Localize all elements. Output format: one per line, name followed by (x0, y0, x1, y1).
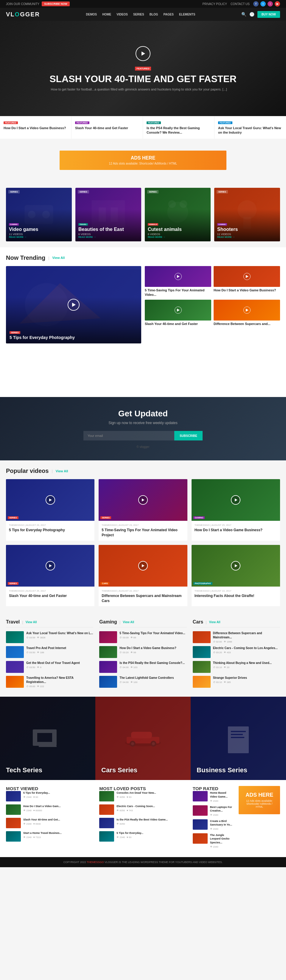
travel-view-all[interactable]: View All (26, 620, 37, 624)
series-card-shooters[interactable]: SERIES GAMING Shooters 11 VIDEOS READ MO… (214, 188, 280, 241)
featured-item[interactable]: FEATURED Is the PS4 Really the Best Gami… (143, 116, 214, 139)
featured-category-3: FEATURED (147, 121, 161, 124)
most-viewed-item-1[interactable]: 5 Tips for Everyday... 👁 2340 ♥ 60 (6, 791, 93, 802)
top-rated-item-title-2: Best Laptops For Creative... (210, 805, 234, 813)
series-card-east[interactable]: SERIES TRAVEL Beauties of the East 6 VID… (75, 188, 141, 241)
pop-cat-6: PHOTOGRAPHY (193, 582, 213, 585)
most-loved-item-1[interactable]: Consoles Are Dead Your New... 👁 8350 ♥ 6… (99, 791, 187, 802)
nav-videos[interactable]: VIDEOS (114, 12, 130, 17)
most-loved-item-4[interactable]: 5 Tips for Everyday... 👁 2340 ♥ 60 (99, 831, 187, 842)
nav-demos[interactable]: DEMOS (84, 12, 99, 17)
cars-item-4[interactable]: Strange Superior Drives ⏱ 03:10 👁 285 (193, 676, 280, 688)
cars-item-info-4: Strange Superior Drives ⏱ 03:10 👁 285 (213, 676, 280, 684)
featured-item[interactable]: FEATURED How Do I Start a Video Game Bus… (0, 116, 72, 139)
series-cars-card[interactable]: Cars Series (95, 697, 191, 780)
featured-title-3: Is the PS4 Really the Best Gaming Consol… (147, 126, 211, 135)
read-more-link[interactable]: READ MORE → (78, 236, 138, 239)
most-viewed-item-4[interactable]: Start a Home Travel Busines... 👁 2340 ♥ … (6, 831, 93, 842)
series-card-animals[interactable]: SERIES ANIMALS Cutest animals 6 VIDEOS R… (145, 188, 211, 241)
nav-elements[interactable]: ELEMENTS (177, 12, 198, 17)
hero-play-button[interactable] (136, 46, 150, 61)
youtube-icon[interactable]: ▶ (275, 1, 280, 6)
series-badge: SERIES (78, 190, 89, 193)
popular-video-4[interactable]: SERIES THEMESSGO | AUGUST 25, 2017 Slash… (6, 545, 94, 606)
travel-item-1[interactable]: Ask Your Local Travel Guru: What's New o… (6, 631, 93, 643)
duration-icon: ⏱ 03:10 (213, 666, 222, 669)
cars-item-2[interactable]: Electric Cars - Coming Soon to Los Angel… (193, 646, 280, 658)
cars-item-3[interactable]: Thinking About Buying a New and Used... … (193, 661, 280, 673)
trend-play-button[interactable] (68, 299, 80, 311)
facebook-icon[interactable]: f (253, 1, 259, 6)
most-viewed-item-3[interactable]: Slash Your 40-time and Get... 👁 2340 ♥ 6… (6, 818, 93, 828)
gaming-item-1[interactable]: 5 Time-Saving Tips For Your Animated Vid… (99, 631, 187, 643)
popular-video-6[interactable]: PHOTOGRAPHY THEMESSGO | AUGUST 10, 2017 … (192, 545, 280, 606)
pop-play-5[interactable] (138, 561, 148, 571)
top-rated-column: TOP RATED Home Based Video Game... 👁 234… (193, 786, 234, 851)
pop-play-2[interactable] (138, 495, 148, 505)
pop-play-6[interactable] (231, 561, 240, 571)
top-rated-item-1[interactable]: Home Based Video Game... 👁 2340 (193, 791, 234, 802)
trending-title: Now Trending (6, 255, 45, 261)
most-loved-item-3[interactable]: Is the PS4 Really the Best Video Game...… (99, 818, 187, 828)
popular-video-3[interactable]: GAMING THEMESSGO | AUGUST 25, 2017 How D… (192, 479, 280, 541)
gaming-view-all[interactable]: View All (123, 620, 134, 624)
email-input[interactable] (83, 431, 174, 441)
nav-home[interactable]: HOME (100, 12, 113, 17)
trending-view-all[interactable]: View All (53, 256, 65, 259)
gaming-item-4[interactable]: The Latest Lightfold Game Controllers ⏱ … (99, 676, 187, 688)
clock-icon[interactable]: 🕐 (249, 12, 254, 17)
trending-side-item-1[interactable]: 5 Time-Saving Tips For Your Animated Vid… (145, 266, 211, 297)
series-card-videogames[interactable]: SERIES GAMING Video games 11 VIDEOS READ… (6, 188, 72, 241)
travel-thumb-1 (6, 631, 24, 643)
pop-play-4[interactable] (46, 561, 55, 571)
read-more-link[interactable]: READ MORE → (148, 236, 208, 239)
gaming-item-3[interactable]: Is the PS4 Really the Best Gaming Consol… (99, 661, 187, 673)
buy-now-button[interactable]: BUY NOW (257, 11, 280, 18)
pop-title-2: 5 Time-Saving Tips For Your Animated Vid… (102, 528, 184, 538)
pop-meta-5: THEMESSGO | AUGUST 22, 2017 (102, 590, 184, 592)
most-loved-item-2[interactable]: Electric Cars - Coming Soon... 👁 8350 ♥ … (99, 804, 187, 815)
top-rated-item-4[interactable]: The Jungle Leopard Gecko Species... 👁 23… (193, 833, 234, 848)
popular-videos-grid: SERIES THEMESSGO | AUGUST 23, 2017 5 Tip… (6, 479, 280, 606)
pop-play-3[interactable] (231, 495, 240, 505)
top-rated-item-3[interactable]: Create a Bird Sanctuary In Yo... 👁 2340 (193, 819, 234, 830)
travel-item-4[interactable]: Travelling to America? New ESTA Registra… (6, 676, 93, 688)
featured-item[interactable]: FEATURED Slash Your 40-time and Get Fast… (72, 116, 143, 139)
subscribe-button[interactable]: SUBSCRIBE NOW (42, 2, 70, 6)
contact-link[interactable]: CONTACT US (230, 2, 250, 6)
nav-series[interactable]: SERIES (131, 12, 147, 17)
popular-video-2[interactable]: SERIES THEMESSGO | AUGUST 23, 2017 5 Tim… (99, 479, 187, 541)
views-icon: 👁 285 (224, 681, 231, 684)
most-viewed-item-title-1: 5 Tips for Everyday... (23, 791, 93, 795)
trending-side-item-4[interactable]: Difference Between Supercars and... (214, 300, 280, 326)
instagram-icon[interactable]: i (267, 1, 273, 6)
duration-icon: ⏱ 03:20 (120, 651, 128, 654)
privacy-link[interactable]: PRIVACY POLICY (202, 2, 227, 6)
travel-item-2[interactable]: Travel Pro And Post Internet ⏱ 03:50 👁 1… (6, 646, 93, 658)
most-viewed-item-2[interactable]: How Do I Start a Video Gam... 👁 2340 ♥ 6… (6, 804, 93, 815)
trending-main-item[interactable]: SERIES 5 Tips for Everyday Photography (6, 266, 141, 344)
series-business-card[interactable]: Business Series (191, 697, 286, 780)
trending-side-item-2[interactable]: How Do I Start a Video Game Business? (214, 266, 280, 297)
popular-video-1[interactable]: SERIES THEMESSGO | AUGUST 23, 2017 5 Tip… (6, 479, 94, 541)
cars-item-1[interactable]: Difference Between Supercars and Mainstr… (193, 631, 280, 643)
search-icon[interactable]: 🔍 (241, 12, 246, 17)
nav-blog[interactable]: BLOG (147, 12, 161, 17)
social-icons: f t i ▶ (253, 1, 280, 6)
travel-item-3[interactable]: Get the Most Out of Your Travel Agent ⏱ … (6, 661, 93, 673)
subscribe-button[interactable]: SUBSCRIBE (174, 431, 203, 441)
read-more-link[interactable]: READ MORE → (217, 236, 277, 239)
gaming-item-2[interactable]: How Do I Start a Video Game Business? ⏱ … (99, 646, 187, 658)
twitter-icon[interactable]: t (260, 1, 266, 6)
footer-brand-link[interactable]: THEMESSGO (87, 861, 104, 864)
nav-pages[interactable]: PAGES (161, 12, 176, 17)
popular-video-5[interactable]: CARS THEMESSGO | AUGUST 22, 2017 Differe… (99, 545, 187, 606)
featured-item[interactable]: FEATURED Ask Your Local Travel Guru: Wha… (214, 116, 286, 139)
read-more-link[interactable]: READ MORE → (9, 236, 69, 239)
series-tech-card[interactable]: Tech Series (0, 697, 95, 780)
cars-view-all[interactable]: View All (209, 620, 220, 624)
top-rated-item-2[interactable]: Best Laptops For Creative... 👁 2340 (193, 805, 234, 816)
trending-side-item-3[interactable]: Slash Your 40-time and Get Faster (145, 300, 211, 326)
pop-play-1[interactable] (46, 495, 55, 505)
popular-view-all[interactable]: View All (56, 469, 68, 473)
